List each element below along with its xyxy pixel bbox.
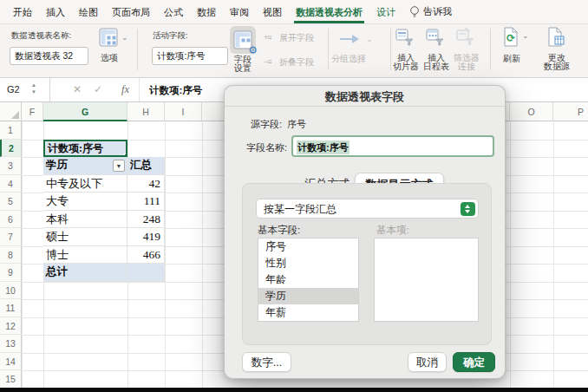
app-tab-2[interactable]: 绘图: [77, 0, 100, 23]
app-tab-0[interactable]: 开始: [11, 0, 34, 23]
select-all-corner[interactable]: [0, 102, 22, 121]
pivot-field-dialog: 数据透视表字段 源字段:序号 字段名称: 计数项:序号 汇总方式 数据显示方式 …: [224, 85, 506, 379]
row-header-10[interactable]: 10: [0, 282, 22, 300]
row-header-4[interactable]: 4: [0, 175, 22, 193]
expand-field-icon: +≡: [264, 33, 271, 42]
cancel-icon[interactable]: ✕: [73, 83, 82, 95]
pivot-row-label[interactable]: 大专: [43, 193, 127, 211]
dialog-title: 数据透视表字段: [225, 86, 505, 108]
insert-function-icon[interactable]: fx: [121, 83, 129, 96]
base-field-item-3[interactable]: 学历: [258, 288, 358, 304]
ok-button[interactable]: 确定: [453, 352, 495, 372]
app-tab-8[interactable]: 数据透视表分析: [294, 0, 364, 23]
row-header-11[interactable]: 11: [0, 299, 22, 317]
insert-timeline-button[interactable]: 插入日程表: [421, 54, 452, 70]
base-field-item-4[interactable]: 年薪: [258, 304, 358, 321]
app-tab-4[interactable]: 公式: [162, 0, 185, 23]
app-tab-5[interactable]: 数据: [195, 0, 218, 23]
pivot-row-value[interactable]: 248: [127, 211, 165, 229]
collapse-field-icon: −≡: [264, 57, 271, 66]
base-field-item-0[interactable]: 序号: [258, 238, 358, 255]
base-items-listbox[interactable]: [374, 238, 479, 322]
change-data-source-button[interactable]: 更改数据源: [539, 54, 574, 70]
refresh-button[interactable]: 刷新: [498, 55, 526, 63]
pivot-row-label[interactable]: 硕士: [43, 228, 127, 246]
row-header-3[interactable]: 3: [0, 157, 22, 175]
pivot-row-value[interactable]: 466: [127, 246, 165, 265]
app-tab-3[interactable]: 页面布局: [110, 0, 152, 23]
base-field-item-1[interactable]: 性别: [258, 255, 358, 271]
row-header-7[interactable]: 7: [0, 228, 22, 246]
grid-col-line: [165, 121, 166, 388]
pivot-value-header-cell[interactable]: 汇总: [127, 157, 165, 175]
row-header-15[interactable]: 15: [0, 370, 22, 388]
row-header-8[interactable]: 8: [0, 246, 22, 265]
show-as-dropdown[interactable]: 按某一字段汇总: [256, 199, 479, 219]
col-header-O[interactable]: O: [510, 102, 553, 121]
lightbulb-icon: [409, 5, 420, 19]
ribbon-divider: [328, 29, 329, 70]
base-field-item-2[interactable]: 年龄: [258, 271, 358, 288]
col-header-P[interactable]: P: [553, 102, 588, 121]
row-header-13[interactable]: 13: [0, 335, 22, 353]
base-item-label: 基本项:: [376, 224, 409, 237]
pivot-title-cell[interactable]: 计数项:序号: [43, 140, 127, 158]
pivot-row-label[interactable]: 中专及以下: [43, 175, 127, 193]
grid-col-line: [510, 121, 511, 388]
pivot-grand-total-value[interactable]: [127, 264, 165, 282]
row-header-12[interactable]: 12: [0, 317, 22, 336]
insert-slicer-icon: [395, 28, 414, 49]
pivot-row-label[interactable]: 本科: [43, 211, 127, 229]
app-tab-1[interactable]: 插入: [44, 0, 67, 23]
base-field-label: 基本字段:: [258, 224, 300, 237]
cancel-button[interactable]: 取消: [408, 352, 447, 372]
insert-slicer-button[interactable]: 插入切片器: [390, 54, 421, 70]
app-tab-9[interactable]: 设计: [375, 0, 397, 23]
pivot-options-icon: [99, 28, 118, 50]
filter-dropdown-button[interactable]: ▼: [113, 160, 125, 172]
excel-window: 开始插入绘图页面布局公式数据审阅视图数据透视表分析设计告诉我 数据透视表名称: …: [0, 0, 588, 392]
pivot-row-value[interactable]: 111: [127, 193, 165, 211]
row-header-5[interactable]: 5: [0, 193, 22, 211]
options-chevron-icon: ⌄: [121, 33, 128, 42]
row-header-9[interactable]: 9: [0, 264, 22, 282]
options-button[interactable]: 选项: [94, 54, 125, 62]
pivot-grand-total-cell[interactable]: 总计: [43, 264, 127, 282]
app-tab-7[interactable]: 视图: [261, 0, 284, 23]
pivot-row-value[interactable]: 419: [127, 228, 165, 246]
formula-content[interactable]: 计数项:序号: [149, 84, 202, 97]
field-name-input[interactable]: 计数项:序号: [291, 135, 494, 157]
field-settings-button[interactable]: ⚙: [230, 26, 256, 54]
pivot-name-label: 数据透视表名称:: [11, 30, 71, 42]
active-field-input[interactable]: 计数项:序号: [152, 47, 228, 65]
pivot-name-input[interactable]: 数据透视表 32: [10, 47, 88, 65]
group-select-button[interactable]: 分组选择: [328, 55, 369, 63]
pivot-row-value[interactable]: 42: [127, 175, 165, 193]
collapse-field-button[interactable]: 折叠字段: [279, 56, 314, 69]
name-box[interactable]: G2: [7, 84, 20, 95]
col-header-H[interactable]: H: [127, 102, 165, 121]
base-fields-listbox[interactable]: 序号性别年龄学历年薪: [258, 238, 359, 322]
col-header-I[interactable]: I: [165, 102, 202, 121]
formula-bar-divider: [49, 78, 50, 101]
row-header-2[interactable]: 2: [0, 140, 22, 158]
col-header-F[interactable]: F: [22, 102, 43, 121]
row-header-6[interactable]: 6: [0, 211, 22, 229]
app-tab-6[interactable]: 审阅: [228, 0, 251, 23]
row-header-1[interactable]: 1: [0, 121, 22, 140]
expand-field-button[interactable]: 展开字段: [279, 32, 314, 44]
pivot-row-label[interactable]: 博士: [43, 246, 127, 265]
confirm-icon[interactable]: ✓: [94, 83, 102, 95]
pivot-row-header-cell[interactable]: 学历▼: [43, 157, 127, 175]
row-header-14[interactable]: 14: [0, 353, 22, 371]
number-format-button[interactable]: 数字...: [242, 352, 291, 372]
col-header-G[interactable]: G: [43, 102, 127, 121]
tell-me-button[interactable]: 告诉我: [409, 0, 452, 23]
field-name-label: 字段名称:: [246, 141, 287, 154]
filter-connections-icon: [456, 28, 474, 49]
grid-col-line: [553, 121, 554, 388]
select-all-triangle-icon: [11, 111, 19, 119]
name-box-stepper[interactable]: ▲▼: [31, 82, 36, 95]
insert-timeline-icon: [426, 28, 444, 49]
filter-connections-button[interactable]: 筛选器连接: [449, 54, 484, 70]
